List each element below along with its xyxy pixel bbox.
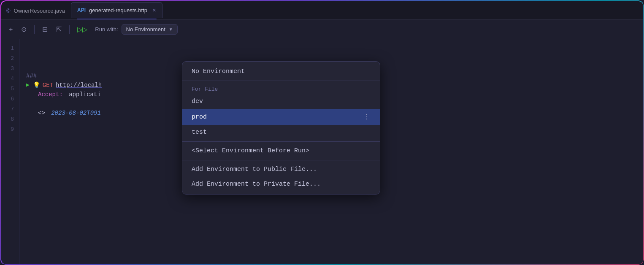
menu-item-select-env[interactable]: <Select Environment Before Run> (182, 143, 380, 158)
toolbar-divider (34, 25, 35, 34)
toolbar: + ⊙ ⊟ ⇱ ▷▷ Run with: No Environment ▼ (0, 20, 644, 39)
code-line-1 (26, 43, 637, 53)
code-line-2 (26, 53, 637, 62)
menu-item-add-private[interactable]: Add Environment to Private File... (182, 177, 380, 192)
select-env-label: <Select Environment Before Run> (192, 147, 309, 154)
no-environment-label: No Environment (192, 68, 245, 75)
add-private-label: Add Environment to Private File... (192, 181, 321, 188)
prod-label: prod (192, 114, 207, 121)
menu-item-test[interactable]: test (182, 125, 380, 140)
chevron-down-icon: ▼ (169, 27, 173, 32)
tab-owner-resource-label: OwnerResource.java (14, 8, 65, 14)
copyright-icon: © (6, 8, 11, 14)
line-num-5: 5 (0, 84, 19, 94)
response-date: 2023-08-02T091 (48, 108, 101, 118)
line-num-8: 8 (0, 114, 19, 124)
line-num-1: 1 (0, 43, 19, 54)
bulb-icon: 💡 (33, 81, 40, 90)
line-num-3: 3 (0, 64, 19, 74)
more-options-icon[interactable]: ⋮ (363, 113, 371, 121)
for-file-label: For File (182, 83, 380, 94)
line-numbers: 1 2 3 4 5 6 7 8 9 (0, 39, 19, 265)
api-icon: API (77, 7, 86, 13)
header-key: Accept: (38, 90, 63, 99)
tab-owner-resource[interactable]: © OwnerResource.java (0, 2, 71, 19)
history-button[interactable]: ⊙ (19, 24, 29, 35)
tab-close-button[interactable]: ✕ (152, 8, 156, 13)
editor-area: 1 2 3 4 5 6 7 8 9 ### ▶ 💡 (0, 39, 644, 265)
dev-label: dev (192, 98, 203, 105)
test-label: test (192, 129, 207, 136)
env-dropdown-value: No Environment (126, 26, 165, 32)
environment-dropdown-menu: No Environment For File dev prod ⋮ test … (182, 61, 380, 195)
run-all-button[interactable]: ▷▷ (75, 24, 90, 35)
http-method: GET (43, 81, 53, 90)
line-num-9: 9 (0, 124, 19, 135)
toolbar-divider-2 (69, 25, 70, 34)
header-val: applicati (65, 90, 101, 99)
environment-dropdown[interactable]: No Environment ▼ (122, 24, 178, 35)
menu-item-prod[interactable]: prod ⋮ (182, 109, 380, 125)
ide-window: © OwnerResource.java API generated-reque… (0, 0, 644, 265)
scratch-button[interactable]: ⊟ (40, 24, 50, 35)
add-button[interactable]: + (6, 24, 15, 35)
add-public-label: Add Environment to Public File... (192, 166, 317, 173)
tab-underline (77, 19, 157, 19)
menu-separator-2 (182, 141, 380, 142)
response-tag: <> (38, 108, 45, 118)
menu-item-add-public[interactable]: Add Environment to Public File... (182, 162, 380, 177)
menu-item-dev[interactable]: dev (182, 94, 380, 109)
line-num-7: 7 (0, 104, 19, 114)
tab-bar: © OwnerResource.java API generated-reque… (0, 0, 644, 20)
run-line-arrow[interactable]: ▶ (26, 81, 30, 90)
run-label: Run with: (95, 26, 118, 32)
line-num-4: 4 (0, 74, 19, 84)
menu-separator-3 (182, 160, 380, 160)
line-num-2: 2 (0, 54, 19, 64)
line-num-6: 6 (0, 94, 19, 104)
url-text: http://localh (56, 81, 102, 90)
menu-item-no-environment[interactable]: No Environment (182, 64, 380, 79)
menu-separator-1 (182, 81, 380, 81)
tab-generated-requests-label: generated-requests.http (89, 7, 147, 14)
comment-hashes: ### (26, 71, 37, 81)
tab-generated-requests[interactable]: API generated-requests.http ✕ (71, 2, 162, 18)
export-button[interactable]: ⇱ (54, 24, 64, 35)
